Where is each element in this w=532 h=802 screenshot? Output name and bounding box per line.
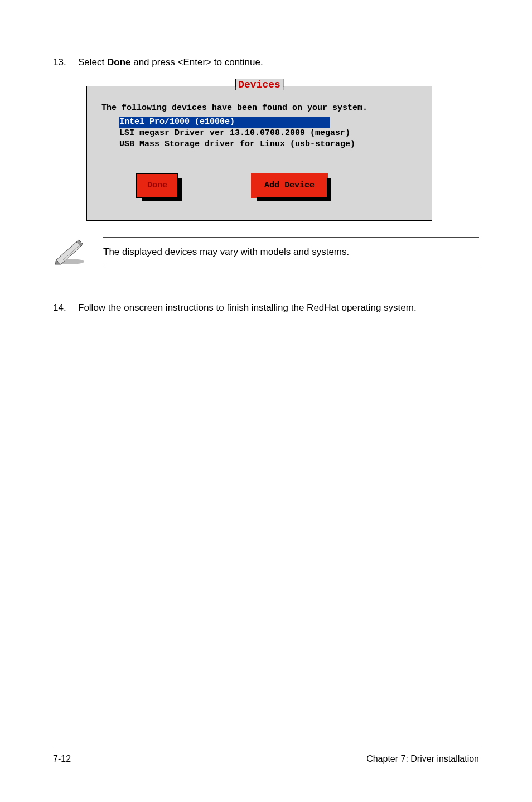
device-list[interactable]: Intel Pro/1000 (e1000e) LSI megasr Drive… <box>119 116 422 151</box>
note-text: The displayed devices may vary with mode… <box>103 237 479 267</box>
dialog-button-row: Done Add Device <box>97 173 422 198</box>
devices-dialog: Devices The following devices have been … <box>86 86 432 221</box>
device-row[interactable]: LSI megasr Driver ver 13.10.0708.2009 (m… <box>119 128 422 139</box>
step-13-pre: Select <box>78 57 107 67</box>
step-text: Select Done and press <Enter> to continu… <box>78 56 479 69</box>
done-button[interactable]: Done <box>136 173 178 198</box>
step-13-done-label: Done <box>107 57 131 67</box>
chapter-title: Chapter 7: Driver installation <box>366 754 479 764</box>
note-row: The displayed devices may vary with mode… <box>53 236 479 268</box>
dialog-title: Devices <box>235 79 283 90</box>
step-text: Follow the onscreen instructions to fini… <box>78 301 479 315</box>
step-14: 14. Follow the onscreen instructions to … <box>53 301 479 315</box>
step-number: 14. <box>53 301 78 315</box>
pencil-icon <box>53 236 86 268</box>
dialog-frame: Devices The following devices have been … <box>86 86 432 221</box>
page-number: 7-12 <box>53 754 71 764</box>
step-13-post: and press <Enter> to continue. <box>130 57 263 67</box>
dialog-intro-text: The following devices have been found on… <box>101 103 422 113</box>
device-row[interactable]: USB Mass Storage driver for Linux (usb-s… <box>119 139 422 150</box>
add-device-button[interactable]: Add Device <box>251 173 328 198</box>
step-number: 13. <box>53 56 78 69</box>
step-13: 13. Select Done and press <Enter> to con… <box>53 56 479 69</box>
page-footer: 7-12 Chapter 7: Driver installation <box>53 748 479 764</box>
device-row-selected[interactable]: Intel Pro/1000 (e1000e) <box>119 117 330 128</box>
